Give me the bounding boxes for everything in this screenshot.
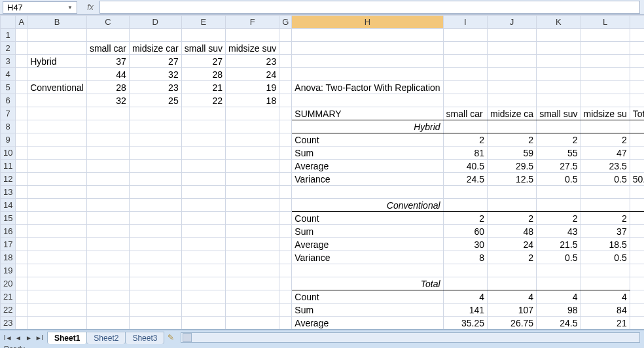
cell-A16[interactable]	[16, 225, 27, 238]
cell-F9[interactable]	[226, 133, 279, 147]
cell-B3[interactable]: Hybrid	[27, 55, 87, 68]
cell-J18[interactable]: 2	[488, 251, 537, 264]
cell-J5[interactable]	[488, 81, 537, 94]
cell-D5[interactable]: 23	[129, 81, 181, 94]
cell-I19[interactable]	[443, 264, 487, 277]
cell-F6[interactable]: 18	[226, 94, 279, 107]
fx-icon[interactable]: fx	[85, 2, 96, 12]
cell-I12[interactable]: 24.5	[443, 173, 487, 186]
cell-E14[interactable]	[181, 199, 225, 212]
cell-I6[interactable]	[443, 94, 487, 107]
cell-L12[interactable]: 0.5	[581, 173, 630, 186]
cell-A6[interactable]	[16, 94, 27, 107]
cell-J7[interactable]: midsize ca	[488, 107, 537, 120]
column-header-J[interactable]: J	[488, 16, 537, 29]
cell-K15[interactable]: 2	[537, 212, 581, 225]
row-header-16[interactable]: 16	[1, 225, 16, 238]
cell-B6[interactable]	[27, 94, 87, 107]
cell-G3[interactable]	[279, 55, 292, 68]
cell-A24[interactable]	[16, 330, 27, 330]
select-all-corner[interactable]	[1, 16, 16, 29]
scroll-thumb[interactable]	[183, 333, 192, 342]
row-header-24[interactable]: 24	[1, 330, 16, 330]
cell-I2[interactable]	[443, 42, 487, 55]
cell-M18[interactable]: 22	[630, 251, 644, 264]
cell-K23[interactable]: 24.5	[537, 317, 581, 330]
cell-G2[interactable]	[279, 42, 292, 55]
cell-J23[interactable]: 26.75	[488, 317, 537, 330]
cell-D19[interactable]	[129, 264, 181, 277]
row-header-14[interactable]: 14	[1, 199, 16, 212]
row-header-4[interactable]: 4	[1, 68, 16, 81]
cell-D23[interactable]	[129, 317, 181, 330]
cell-D24[interactable]	[129, 330, 181, 330]
cell-D10[interactable]	[129, 147, 181, 160]
cell-J2[interactable]	[488, 42, 537, 55]
cell-C17[interactable]	[86, 238, 129, 251]
cell-A7[interactable]	[16, 107, 27, 120]
row-header-2[interactable]: 2	[1, 42, 16, 55]
cell-F24[interactable]	[226, 330, 279, 330]
cell-B18[interactable]	[27, 251, 87, 264]
cell-D22[interactable]	[129, 304, 181, 317]
cell-B13[interactable]	[27, 186, 87, 199]
row-header-5[interactable]: 5	[1, 81, 16, 94]
cell-B5[interactable]: Conventional	[27, 81, 87, 94]
cell-E9[interactable]	[181, 133, 225, 147]
column-header-I[interactable]: I	[443, 16, 487, 29]
cell-H8[interactable]: Hybrid	[292, 120, 443, 133]
cell-I17[interactable]: 30	[443, 238, 487, 251]
cell-K20[interactable]	[537, 277, 581, 290]
cell-I21[interactable]: 4	[443, 290, 487, 304]
cell-K3[interactable]	[537, 55, 581, 68]
cell-F11[interactable]	[226, 160, 279, 173]
cell-L16[interactable]: 37	[581, 225, 630, 238]
cell-E16[interactable]	[181, 225, 225, 238]
cell-D9[interactable]	[129, 133, 181, 147]
cell-F13[interactable]	[226, 186, 279, 199]
cell-C12[interactable]	[86, 173, 129, 186]
cell-H2[interactable]	[292, 42, 443, 55]
cell-H14[interactable]: Conventional	[292, 199, 443, 212]
cell-G16[interactable]	[279, 225, 292, 238]
cell-F17[interactable]	[226, 238, 279, 251]
cell-M7[interactable]: Total	[630, 107, 644, 120]
cell-B2[interactable]	[27, 42, 87, 55]
cell-H18[interactable]: Variance	[292, 251, 443, 264]
cell-G8[interactable]	[279, 120, 292, 133]
cell-H10[interactable]: Sum	[292, 147, 443, 160]
cell-H12[interactable]: Variance	[292, 173, 443, 186]
cell-A17[interactable]	[16, 238, 27, 251]
cell-J11[interactable]: 29.5	[488, 160, 537, 173]
cell-B15[interactable]	[27, 212, 87, 225]
cell-C7[interactable]	[86, 107, 129, 120]
cell-K18[interactable]: 0.5	[537, 251, 581, 264]
cell-H21[interactable]: Count	[292, 290, 443, 304]
cell-I14[interactable]	[443, 199, 487, 212]
cell-F21[interactable]	[226, 290, 279, 304]
cell-D7[interactable]	[129, 107, 181, 120]
cell-H4[interactable]	[292, 68, 443, 81]
cell-B1[interactable]	[27, 29, 87, 42]
row-header-23[interactable]: 23	[1, 317, 16, 330]
cell-G18[interactable]	[279, 251, 292, 264]
cell-L1[interactable]	[581, 29, 630, 42]
cell-E15[interactable]	[181, 212, 225, 225]
cell-E7[interactable]	[181, 107, 225, 120]
cell-L19[interactable]	[581, 264, 630, 277]
cell-B7[interactable]	[27, 107, 87, 120]
cell-H9[interactable]: Count	[292, 133, 443, 147]
cell-I7[interactable]: small car	[443, 107, 487, 120]
row-header-6[interactable]: 6	[1, 94, 16, 107]
tab-prev-icon[interactable]: ◄	[13, 332, 24, 343]
column-header-B[interactable]: B	[27, 16, 87, 29]
cell-F2[interactable]: midsize suv	[226, 42, 279, 55]
cell-D6[interactable]: 25	[129, 94, 181, 107]
column-header-M[interactable]: M	[630, 16, 644, 29]
cell-H22[interactable]: Sum	[292, 304, 443, 317]
name-box[interactable]: H47 ▼	[3, 1, 77, 14]
cell-D15[interactable]	[129, 212, 181, 225]
cell-F12[interactable]	[226, 173, 279, 186]
cell-L2[interactable]	[581, 42, 630, 55]
cell-M9[interactable]: 8	[630, 133, 644, 147]
